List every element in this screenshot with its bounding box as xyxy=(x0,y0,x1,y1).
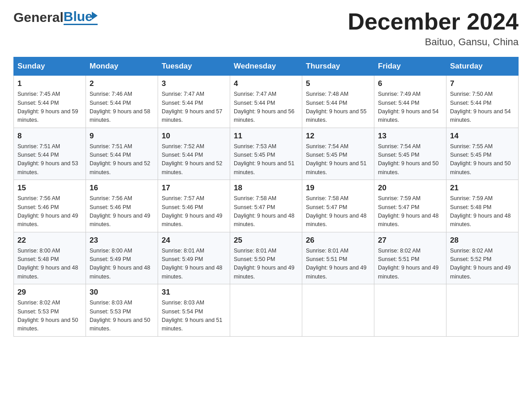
day-number: 22 xyxy=(17,236,82,245)
calendar-cell: 7Sunrise: 7:50 AMSunset: 5:44 PMDaylight… xyxy=(446,76,519,128)
day-info: Sunrise: 8:02 AMSunset: 5:51 PMDaylight:… xyxy=(378,247,442,282)
column-header-tuesday: Tuesday xyxy=(158,57,230,76)
day-number: 27 xyxy=(378,236,442,245)
sunrise-time: Sunrise: 8:00 AM xyxy=(90,248,132,254)
sunrise-time: Sunrise: 7:59 AM xyxy=(450,195,493,201)
calendar-cell: 23Sunrise: 8:00 AMSunset: 5:49 PMDayligh… xyxy=(86,232,158,284)
calendar-cell: 6Sunrise: 7:49 AMSunset: 5:44 PMDaylight… xyxy=(374,76,446,128)
daylight-duration: Daylight: 9 hours and 49 minutes. xyxy=(234,265,295,279)
sunset-time: Sunset: 5:44 PM xyxy=(306,100,347,106)
sunset-time: Sunset: 5:44 PM xyxy=(17,100,59,106)
sunset-time: Sunset: 5:47 PM xyxy=(234,204,275,210)
sunset-time: Sunset: 5:45 PM xyxy=(234,152,275,158)
day-info: Sunrise: 8:02 AMSunset: 5:53 PMDaylight:… xyxy=(17,299,82,334)
sunset-time: Sunset: 5:44 PM xyxy=(162,100,203,106)
calendar-header-row: SundayMondayTuesdayWednesdayThursdayFrid… xyxy=(14,57,519,76)
day-info: Sunrise: 7:57 AMSunset: 5:46 PMDaylight:… xyxy=(162,194,226,229)
sunrise-time: Sunrise: 8:03 AM xyxy=(90,300,132,306)
day-info: Sunrise: 8:01 AMSunset: 5:50 PMDaylight:… xyxy=(234,247,298,282)
daylight-duration: Daylight: 9 hours and 50 minutes. xyxy=(450,160,511,175)
day-info: Sunrise: 7:51 AMSunset: 5:44 PMDaylight:… xyxy=(17,142,82,177)
calendar-table: SundayMondayTuesdayWednesdayThursdayFrid… xyxy=(13,57,519,337)
day-number: 8 xyxy=(17,132,82,141)
sunrise-time: Sunrise: 7:47 AM xyxy=(234,91,276,97)
calendar-week-row: 22Sunrise: 8:00 AMSunset: 5:48 PMDayligh… xyxy=(14,232,519,284)
calendar-week-row: 1Sunrise: 7:45 AMSunset: 5:44 PMDaylight… xyxy=(14,76,519,128)
sunset-time: Sunset: 5:48 PM xyxy=(17,256,59,262)
sunrise-time: Sunrise: 7:54 AM xyxy=(306,143,348,150)
day-number: 14 xyxy=(450,132,515,141)
day-number: 21 xyxy=(450,184,515,193)
daylight-duration: Daylight: 9 hours and 52 minutes. xyxy=(90,160,150,175)
day-info: Sunrise: 7:51 AMSunset: 5:44 PMDaylight:… xyxy=(90,142,154,177)
calendar-cell: 19Sunrise: 7:58 AMSunset: 5:47 PMDayligh… xyxy=(302,180,374,232)
sunrise-time: Sunrise: 8:01 AM xyxy=(306,248,348,254)
daylight-duration: Daylight: 9 hours and 48 minutes. xyxy=(306,213,367,227)
daylight-duration: Daylight: 9 hours and 48 minutes. xyxy=(162,265,223,279)
day-number: 31 xyxy=(162,288,226,297)
sunrise-time: Sunrise: 7:55 AM xyxy=(450,143,493,150)
day-info: Sunrise: 7:47 AMSunset: 5:44 PMDaylight:… xyxy=(234,90,298,125)
calendar-cell: 8Sunrise: 7:51 AMSunset: 5:44 PMDaylight… xyxy=(14,128,86,180)
calendar-cell xyxy=(446,284,519,337)
day-number: 1 xyxy=(17,79,82,88)
calendar-cell: 24Sunrise: 8:01 AMSunset: 5:49 PMDayligh… xyxy=(158,232,230,284)
logo-underline xyxy=(64,24,98,25)
daylight-duration: Daylight: 9 hours and 50 minutes. xyxy=(90,317,150,332)
calendar-cell: 2Sunrise: 7:46 AMSunset: 5:44 PMDaylight… xyxy=(86,76,158,128)
day-number: 7 xyxy=(450,79,515,88)
calendar-cell: 9Sunrise: 7:51 AMSunset: 5:44 PMDaylight… xyxy=(86,128,158,180)
day-info: Sunrise: 8:01 AMSunset: 5:49 PMDaylight:… xyxy=(162,247,226,282)
day-info: Sunrise: 8:03 AMSunset: 5:53 PMDaylight:… xyxy=(90,299,154,334)
sunset-time: Sunset: 5:44 PM xyxy=(162,152,203,158)
calendar-cell: 28Sunrise: 8:02 AMSunset: 5:52 PMDayligh… xyxy=(446,232,519,284)
logo-blue-text: Blue xyxy=(64,10,93,23)
daylight-duration: Daylight: 9 hours and 59 minutes. xyxy=(17,108,78,123)
daylight-duration: Daylight: 9 hours and 52 minutes. xyxy=(162,160,223,175)
sunrise-time: Sunrise: 7:59 AM xyxy=(378,195,420,201)
sunset-time: Sunset: 5:53 PM xyxy=(90,308,131,315)
sunrise-time: Sunrise: 7:46 AM xyxy=(90,91,132,97)
day-info: Sunrise: 7:50 AMSunset: 5:44 PMDaylight:… xyxy=(450,90,515,125)
sunset-time: Sunset: 5:51 PM xyxy=(306,256,347,262)
calendar-cell: 12Sunrise: 7:54 AMSunset: 5:45 PMDayligh… xyxy=(302,128,374,180)
daylight-duration: Daylight: 9 hours and 54 minutes. xyxy=(450,108,511,123)
day-number: 17 xyxy=(162,184,226,193)
sunset-time: Sunset: 5:44 PM xyxy=(90,100,131,106)
calendar-cell: 5Sunrise: 7:48 AMSunset: 5:44 PMDaylight… xyxy=(302,76,374,128)
calendar-cell: 13Sunrise: 7:54 AMSunset: 5:45 PMDayligh… xyxy=(374,128,446,180)
sunrise-time: Sunrise: 7:51 AM xyxy=(17,143,60,150)
sunrise-time: Sunrise: 7:58 AM xyxy=(234,195,276,201)
day-info: Sunrise: 7:45 AMSunset: 5:44 PMDaylight:… xyxy=(17,90,82,125)
sunrise-time: Sunrise: 8:02 AM xyxy=(17,300,60,306)
sunset-time: Sunset: 5:49 PM xyxy=(90,256,131,262)
sunset-time: Sunset: 5:45 PM xyxy=(378,152,419,158)
sunrise-time: Sunrise: 8:00 AM xyxy=(17,248,60,254)
calendar-cell: 14Sunrise: 7:55 AMSunset: 5:45 PMDayligh… xyxy=(446,128,519,180)
sunset-time: Sunset: 5:44 PM xyxy=(450,100,491,106)
column-header-sunday: Sunday xyxy=(14,57,86,76)
sunset-time: Sunset: 5:46 PM xyxy=(90,204,131,210)
calendar-week-row: 8Sunrise: 7:51 AMSunset: 5:44 PMDaylight… xyxy=(14,128,519,180)
calendar-cell: 11Sunrise: 7:53 AMSunset: 5:45 PMDayligh… xyxy=(230,128,302,180)
day-number: 30 xyxy=(90,288,154,297)
day-info: Sunrise: 7:58 AMSunset: 5:47 PMDaylight:… xyxy=(234,194,298,229)
day-info: Sunrise: 7:55 AMSunset: 5:45 PMDaylight:… xyxy=(450,142,515,177)
column-header-friday: Friday xyxy=(374,57,446,76)
calendar-cell: 20Sunrise: 7:59 AMSunset: 5:47 PMDayligh… xyxy=(374,180,446,232)
sunset-time: Sunset: 5:47 PM xyxy=(378,204,419,210)
sunrise-time: Sunrise: 8:02 AM xyxy=(378,248,420,254)
day-number: 29 xyxy=(17,288,82,297)
logo-general-text: General xyxy=(13,10,64,25)
daylight-duration: Daylight: 9 hours and 51 minutes. xyxy=(234,160,295,175)
calendar-cell: 18Sunrise: 7:58 AMSunset: 5:47 PMDayligh… xyxy=(230,180,302,232)
sunset-time: Sunset: 5:45 PM xyxy=(450,152,491,158)
logo-arrow-icon xyxy=(92,12,98,20)
daylight-duration: Daylight: 9 hours and 48 minutes. xyxy=(234,213,295,227)
day-info: Sunrise: 8:00 AMSunset: 5:49 PMDaylight:… xyxy=(90,247,154,282)
day-info: Sunrise: 7:54 AMSunset: 5:45 PMDaylight:… xyxy=(378,142,442,177)
day-number: 3 xyxy=(162,79,226,88)
sunset-time: Sunset: 5:48 PM xyxy=(450,204,491,210)
sunrise-time: Sunrise: 7:53 AM xyxy=(234,143,276,150)
calendar-cell: 29Sunrise: 8:02 AMSunset: 5:53 PMDayligh… xyxy=(14,284,86,337)
